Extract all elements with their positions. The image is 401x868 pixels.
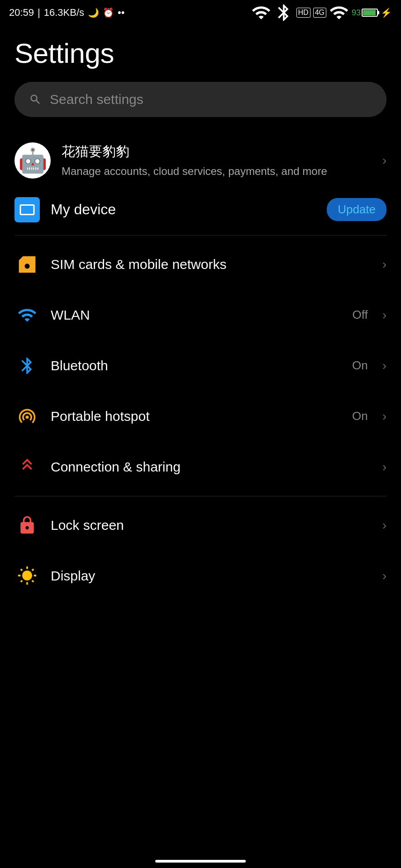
signal-icon	[329, 3, 349, 23]
wlan-label: WLAN	[51, 307, 341, 323]
bluetooth-item[interactable]: Bluetooth On ›	[14, 340, 387, 391]
hd-badge: HD	[296, 8, 310, 18]
wlan-status: Off	[352, 308, 368, 322]
wlan-icon	[14, 302, 40, 328]
network-speed-value: 16.3KB/s	[44, 7, 84, 19]
display-chevron-icon: ›	[382, 569, 387, 583]
battery-indicator: 93	[352, 8, 378, 18]
hotspot-settings-icon	[17, 406, 37, 426]
hotspot-item[interactable]: Portable hotspot On ›	[14, 391, 387, 442]
lock-chevron-icon: ›	[382, 518, 387, 533]
bluetooth-icon-settings	[17, 356, 37, 376]
sim-cards-icon	[17, 255, 37, 274]
lock-icon	[14, 513, 40, 538]
search-bar[interactable]: Search settings	[14, 82, 387, 117]
lock-settings-icon	[17, 515, 37, 535]
bluetooth-icon	[274, 3, 294, 23]
tablet-icon	[19, 202, 35, 218]
avatar: 🤖	[14, 142, 51, 179]
4g-badge: 4G	[313, 8, 326, 18]
device-label: My device	[51, 201, 316, 218]
display-label: Display	[51, 568, 372, 584]
lock-screen-label: Lock screen	[51, 518, 372, 533]
connection-chevron-icon: ›	[382, 460, 387, 474]
divider-1	[14, 235, 387, 236]
divider-2	[14, 496, 387, 496]
my-device-item[interactable]: My device Update	[14, 188, 387, 231]
display-icon	[14, 563, 40, 589]
status-bar: 20:59 | 16.3KB/s 🌙 ⏰ •• HD 4G 93	[0, 0, 401, 24]
wifi-icon	[251, 3, 271, 23]
search-input[interactable]: Search settings	[50, 92, 143, 107]
connection-icon	[14, 454, 40, 480]
account-description: Manage accounts, cloud services, payment…	[62, 164, 372, 179]
home-indicator[interactable]	[155, 860, 246, 863]
hotspot-icon	[14, 404, 40, 429]
alarm-icon: ⏰	[103, 7, 114, 18]
hotspot-label: Portable hotspot	[51, 409, 341, 424]
sim-chevron-icon: ›	[382, 257, 387, 272]
bluetooth-chevron-icon: ›	[382, 359, 387, 373]
network-speed: |	[38, 7, 40, 19]
charging-icon: ⚡	[381, 7, 392, 18]
wifi-settings-icon	[17, 305, 37, 325]
connection-item[interactable]: Connection & sharing ›	[14, 442, 387, 492]
wlan-chevron-icon: ›	[382, 308, 387, 322]
hotspot-chevron-icon: ›	[382, 409, 387, 424]
bluetooth-settings-icon	[14, 353, 40, 378]
do-not-disturb-icon: 🌙	[88, 7, 99, 18]
sim-icon	[14, 252, 40, 277]
sim-cards-item[interactable]: SIM cards & mobile networks ›	[14, 239, 387, 290]
account-info: 花猫要豹豹 Manage accounts, cloud services, p…	[62, 142, 372, 179]
time: 20:59	[9, 7, 34, 19]
status-right: HD 4G 93 ⚡	[251, 3, 392, 23]
lock-screen-item[interactable]: Lock screen ›	[14, 500, 387, 551]
display-settings-icon	[17, 566, 37, 586]
android-icon: 🤖	[18, 147, 48, 175]
connection-settings-icon	[17, 457, 37, 477]
account-chevron-icon: ›	[382, 153, 387, 168]
display-item[interactable]: Display ›	[14, 551, 387, 601]
wlan-item[interactable]: WLAN Off ›	[14, 290, 387, 340]
device-icon	[14, 197, 40, 222]
hotspot-status: On	[352, 409, 368, 423]
bluetooth-label: Bluetooth	[51, 358, 341, 373]
battery-level: 93	[352, 8, 361, 18]
account-item[interactable]: 🤖 花猫要豹豹 Manage accounts, cloud services,…	[14, 133, 387, 188]
sim-label: SIM cards & mobile networks	[51, 257, 372, 272]
page-title: Settings	[14, 37, 387, 69]
more-icon: ••	[118, 7, 124, 19]
search-icon	[29, 93, 42, 106]
main-content: Settings Search settings 🤖 花猫要豹豹 Manage …	[0, 37, 401, 601]
account-name: 花猫要豹豹	[62, 142, 372, 161]
connection-label: Connection & sharing	[51, 459, 372, 475]
bluetooth-status: On	[352, 359, 368, 373]
status-left: 20:59 | 16.3KB/s 🌙 ⏰ ••	[9, 7, 124, 19]
update-badge[interactable]: Update	[327, 198, 387, 221]
